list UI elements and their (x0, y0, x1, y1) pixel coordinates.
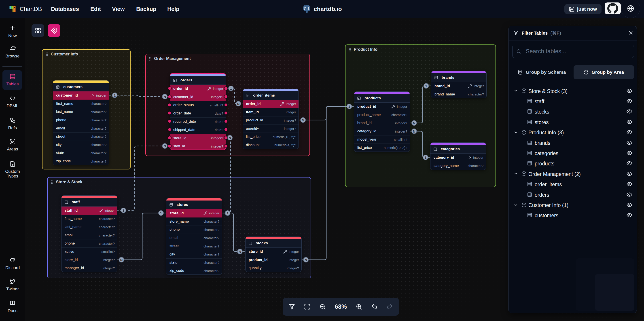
svg-text:N: N (229, 136, 231, 140)
svg-text:1: 1 (348, 104, 350, 108)
svg-text:N: N (302, 118, 304, 122)
svg-text:1: 1 (227, 211, 228, 215)
svg-text:N: N (239, 250, 241, 254)
svg-text:1: 1 (425, 156, 426, 160)
svg-text:N: N (413, 121, 416, 125)
svg-text:1: 1 (114, 94, 116, 97)
svg-text:1: 1 (122, 208, 124, 212)
svg-text:N: N (237, 102, 240, 106)
svg-text:1: 1 (160, 211, 162, 215)
svg-text:1: 1 (425, 84, 427, 88)
svg-text:N: N (120, 258, 123, 262)
svg-text:N: N (413, 130, 416, 133)
svg-text:N: N (164, 95, 166, 98)
svg-text:1: 1 (230, 86, 232, 90)
svg-text:N: N (164, 144, 166, 148)
svg-text:N: N (305, 258, 307, 262)
